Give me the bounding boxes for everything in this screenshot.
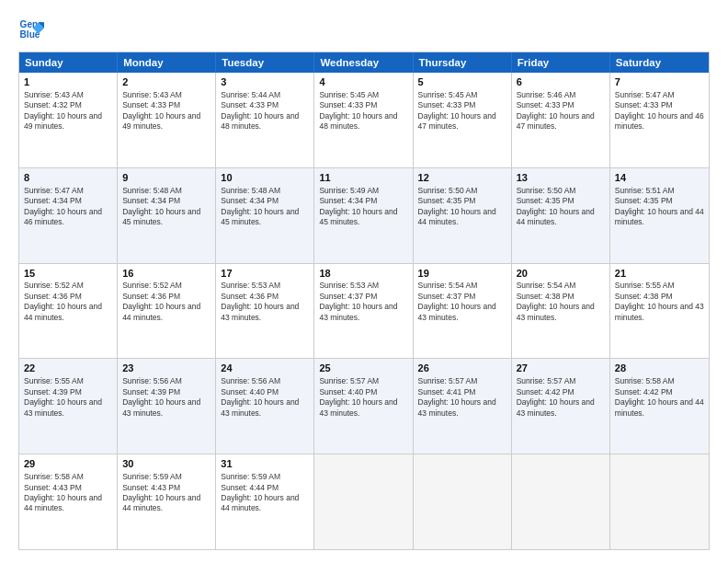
daylight: Daylight: 10 hours and 43 minutes. (221, 302, 299, 321)
sunrise: Sunrise: 5:57 AM (418, 376, 478, 385)
day-number: 23 (122, 362, 210, 375)
calendar-day-header: Tuesday (216, 52, 314, 73)
sunset: Sunset: 4:32 PM (24, 100, 82, 109)
calendar-day-cell: 30Sunrise: 5:59 AMSunset: 4:43 PMDayligh… (118, 454, 216, 549)
sunrise: Sunrise: 5:54 AM (517, 281, 576, 290)
daylight: Daylight: 10 hours and 44 minutes. (24, 302, 102, 321)
daylight: Daylight: 10 hours and 44 minutes. (221, 493, 299, 512)
sunrise: Sunrise: 5:59 AM (122, 472, 182, 481)
calendar-day-cell: 1Sunrise: 5:43 AMSunset: 4:32 PMDaylight… (19, 73, 118, 167)
day-number: 27 (517, 362, 605, 375)
sunset: Sunset: 4:34 PM (319, 196, 377, 205)
daylight: Daylight: 10 hours and 44 minutes. (122, 302, 200, 321)
calendar-day-cell: 24Sunrise: 5:56 AMSunset: 4:40 PMDayligh… (216, 359, 314, 454)
daylight: Daylight: 10 hours and 46 minutes. (24, 207, 102, 226)
day-number: 30 (122, 457, 210, 471)
sunset: Sunset: 4:44 PM (221, 483, 279, 492)
calendar-day-cell: 21Sunrise: 5:55 AMSunset: 4:38 PMDayligh… (610, 264, 709, 359)
sunset: Sunset: 4:42 PM (615, 387, 673, 396)
daylight: Daylight: 10 hours and 44 minutes. (517, 207, 595, 226)
calendar-day-header: Friday (512, 52, 610, 73)
sunset: Sunset: 4:40 PM (319, 387, 377, 396)
sunrise: Sunrise: 5:43 AM (24, 90, 84, 99)
daylight: Daylight: 10 hours and 43 minutes. (221, 397, 299, 417)
sunset: Sunset: 4:35 PM (615, 196, 673, 205)
sunset: Sunset: 4:36 PM (122, 292, 180, 301)
calendar-row: 15Sunrise: 5:52 AMSunset: 4:36 PMDayligh… (19, 264, 709, 360)
sunrise: Sunrise: 5:58 AM (615, 376, 675, 385)
daylight: Daylight: 10 hours and 43 minutes. (319, 302, 397, 321)
calendar-day-cell: 8Sunrise: 5:47 AMSunset: 4:34 PMDaylight… (19, 168, 118, 263)
sunrise: Sunrise: 5:57 AM (517, 376, 576, 385)
sunrise: Sunrise: 5:53 AM (319, 281, 379, 290)
sunset: Sunset: 4:33 PM (319, 100, 377, 109)
day-number: 22 (24, 362, 112, 375)
sunrise: Sunrise: 5:48 AM (122, 186, 182, 195)
daylight: Daylight: 10 hours and 45 minutes. (221, 207, 299, 226)
calendar-empty-cell (414, 454, 512, 549)
calendar-day-cell: 20Sunrise: 5:54 AMSunset: 4:38 PMDayligh… (512, 264, 610, 359)
sunrise: Sunrise: 5:53 AM (221, 281, 280, 290)
sunset: Sunset: 4:34 PM (122, 196, 180, 205)
calendar-day-cell: 14Sunrise: 5:51 AMSunset: 4:35 PMDayligh… (610, 168, 709, 263)
sunset: Sunset: 4:34 PM (24, 196, 82, 205)
sunrise: Sunrise: 5:43 AM (122, 90, 182, 99)
daylight: Daylight: 10 hours and 43 minutes. (24, 397, 102, 417)
daylight: Daylight: 10 hours and 48 minutes. (221, 111, 299, 131)
calendar-day-cell: 2Sunrise: 5:43 AMSunset: 4:33 PMDaylight… (118, 73, 216, 167)
sunset: Sunset: 4:43 PM (24, 483, 82, 492)
daylight: Daylight: 10 hours and 43 minutes. (517, 302, 595, 321)
calendar-day-cell: 26Sunrise: 5:57 AMSunset: 4:41 PMDayligh… (414, 359, 512, 454)
calendar-day-cell: 13Sunrise: 5:50 AMSunset: 4:35 PMDayligh… (512, 168, 610, 263)
sunset: Sunset: 4:40 PM (221, 387, 279, 396)
sunrise: Sunrise: 5:49 AM (319, 186, 379, 195)
day-number: 21 (615, 267, 704, 281)
sunrise: Sunrise: 5:45 AM (319, 90, 379, 99)
sunset: Sunset: 4:43 PM (122, 483, 180, 492)
sunrise: Sunrise: 5:56 AM (122, 376, 182, 385)
logo-icon: General Blue (18, 17, 44, 42)
sunrise: Sunrise: 5:57 AM (319, 376, 379, 385)
calendar-header: SundayMondayTuesdayWednesdayThursdayFrid… (19, 52, 709, 73)
daylight: Daylight: 10 hours and 46 minutes. (615, 111, 704, 131)
daylight: Daylight: 10 hours and 43 minutes. (517, 397, 595, 417)
day-number: 17 (221, 267, 309, 281)
daylight: Daylight: 10 hours and 43 minutes. (319, 397, 397, 417)
sunset: Sunset: 4:33 PM (221, 100, 279, 109)
day-number: 18 (319, 267, 407, 281)
day-number: 13 (517, 171, 605, 185)
daylight: Daylight: 10 hours and 44 minutes. (418, 207, 496, 226)
sunset: Sunset: 4:37 PM (418, 292, 476, 301)
daylight: Daylight: 10 hours and 49 minutes. (122, 111, 200, 131)
sunrise: Sunrise: 5:50 AM (517, 186, 576, 195)
daylight: Daylight: 10 hours and 49 minutes. (24, 111, 102, 131)
calendar-day-cell: 25Sunrise: 5:57 AMSunset: 4:40 PMDayligh… (314, 359, 413, 454)
calendar-day-cell: 12Sunrise: 5:50 AMSunset: 4:35 PMDayligh… (414, 168, 512, 263)
sunrise: Sunrise: 5:51 AM (615, 186, 675, 195)
sunrise: Sunrise: 5:58 AM (24, 472, 84, 481)
calendar-row: 22Sunrise: 5:55 AMSunset: 4:39 PMDayligh… (19, 359, 709, 454)
sunset: Sunset: 4:33 PM (615, 100, 673, 109)
daylight: Daylight: 10 hours and 44 minutes. (615, 397, 704, 417)
daylight: Daylight: 10 hours and 47 minutes. (418, 111, 496, 131)
page: General Blue SundayMondayTuesdayWednesda… (0, 0, 728, 563)
sunset: Sunset: 4:41 PM (418, 387, 476, 396)
day-number: 7 (615, 75, 704, 89)
day-number: 12 (418, 171, 506, 185)
sunrise: Sunrise: 5:56 AM (221, 376, 280, 385)
daylight: Daylight: 10 hours and 44 minutes. (122, 493, 200, 512)
sunset: Sunset: 4:34 PM (221, 196, 279, 205)
day-number: 15 (24, 267, 112, 281)
calendar-day-cell: 19Sunrise: 5:54 AMSunset: 4:37 PMDayligh… (414, 264, 512, 359)
sunset: Sunset: 4:37 PM (319, 292, 377, 301)
sunset: Sunset: 4:33 PM (418, 100, 476, 109)
sunrise: Sunrise: 5:48 AM (221, 186, 280, 195)
calendar-day-header: Sunday (19, 52, 118, 73)
calendar-empty-cell (512, 454, 610, 549)
day-number: 28 (615, 362, 704, 375)
daylight: Daylight: 10 hours and 45 minutes. (319, 207, 397, 226)
calendar-row: 1Sunrise: 5:43 AMSunset: 4:32 PMDaylight… (19, 73, 709, 168)
sunrise: Sunrise: 5:45 AM (418, 90, 478, 99)
sunrise: Sunrise: 5:52 AM (24, 281, 84, 290)
calendar-day-cell: 5Sunrise: 5:45 AMSunset: 4:33 PMDaylight… (414, 73, 512, 167)
